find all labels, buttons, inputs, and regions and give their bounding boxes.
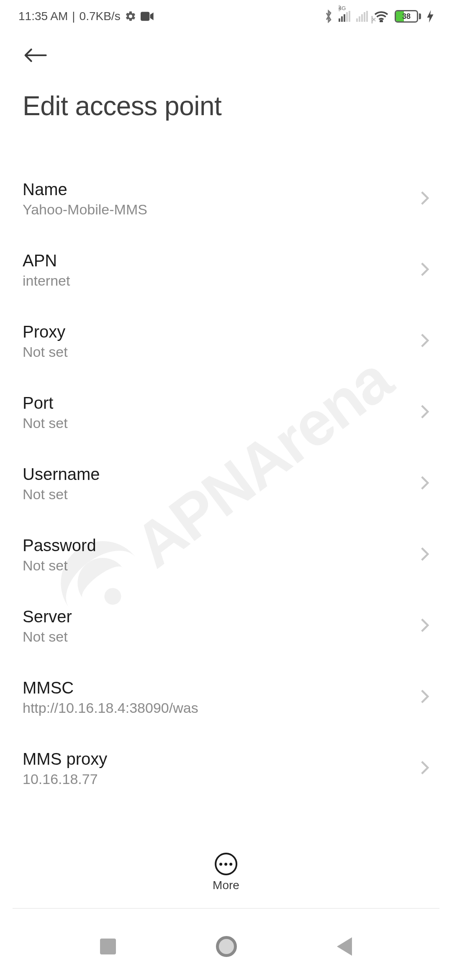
setting-item-password[interactable]: Password Not set bbox=[23, 519, 429, 591]
nav-home-button[interactable] bbox=[216, 936, 237, 957]
setting-value: 10.16.18.77 bbox=[23, 771, 107, 787]
status-right-cluster: 4G ✕ 38 bbox=[324, 10, 434, 23]
chevron-right-icon bbox=[420, 475, 429, 492]
setting-item-username[interactable]: Username Not set bbox=[23, 448, 429, 519]
chevron-right-icon bbox=[420, 191, 429, 207]
setting-value: Not set bbox=[23, 629, 72, 645]
setting-value: Not set bbox=[23, 486, 100, 503]
setting-item-apn[interactable]: APN internet bbox=[23, 235, 429, 306]
page-title: Edit access point bbox=[23, 90, 429, 121]
setting-label: Port bbox=[23, 394, 68, 413]
battery-percent: 38 bbox=[396, 12, 417, 21]
charging-icon bbox=[427, 10, 434, 23]
setting-value: Not set bbox=[23, 557, 96, 574]
nav-recents-button[interactable] bbox=[100, 939, 116, 954]
setting-value: Not set bbox=[23, 344, 68, 360]
setting-item-proxy[interactable]: Proxy Not set bbox=[23, 306, 429, 377]
signal-bars-sim1: 4G bbox=[339, 11, 350, 22]
setting-item-name[interactable]: Name Yahoo-Mobile-MMS bbox=[23, 163, 429, 235]
more-button[interactable]: More bbox=[213, 853, 239, 892]
more-label: More bbox=[213, 879, 239, 892]
status-bar: 11:35 AM | 0.7KB/s 4G ✕ 38 bbox=[0, 0, 452, 33]
app-header: Edit access point bbox=[0, 33, 452, 121]
arrow-left-icon bbox=[23, 47, 47, 64]
setting-label: MMS proxy bbox=[23, 750, 107, 769]
back-button[interactable] bbox=[23, 43, 48, 68]
chevron-right-icon bbox=[420, 618, 429, 634]
setting-item-port[interactable]: Port Not set bbox=[23, 377, 429, 448]
status-left-cluster: 11:35 AM | 0.7KB/s bbox=[18, 10, 154, 23]
setting-value: internet bbox=[23, 273, 70, 289]
setting-label: Server bbox=[23, 607, 72, 626]
nav-back-button[interactable] bbox=[337, 937, 352, 956]
setting-label: APN bbox=[23, 251, 70, 270]
setting-value: Not set bbox=[23, 415, 68, 431]
setting-label: Name bbox=[23, 180, 147, 199]
bluetooth-icon bbox=[324, 10, 333, 23]
camera-icon bbox=[141, 11, 154, 21]
setting-item-server[interactable]: Server Not set bbox=[23, 591, 429, 662]
svg-rect-0 bbox=[141, 12, 149, 21]
setting-label: Password bbox=[23, 536, 96, 555]
status-net-speed: 0.7KB/s bbox=[80, 10, 121, 23]
chevron-right-icon bbox=[420, 404, 429, 421]
more-icon bbox=[215, 853, 237, 875]
setting-label: MMSC bbox=[23, 678, 198, 697]
signal-bars-sim2: ✕ bbox=[356, 11, 368, 22]
chevron-right-icon bbox=[420, 333, 429, 350]
chevron-right-icon bbox=[420, 262, 429, 279]
status-time: 11:35 AM bbox=[18, 10, 68, 23]
signal-no-sim-icon: ✕ bbox=[371, 16, 373, 23]
status-separator: | bbox=[72, 10, 75, 23]
setting-value: Yahoo-Mobile-MMS bbox=[23, 201, 147, 218]
setting-label: Username bbox=[23, 465, 100, 484]
battery-indicator: 38 bbox=[395, 10, 421, 23]
setting-item-mms-proxy[interactable]: MMS proxy 10.16.18.77 bbox=[23, 733, 429, 804]
setting-item-mmsc[interactable]: MMSC http://10.16.18.4:38090/was bbox=[23, 662, 429, 733]
chevron-right-icon bbox=[420, 760, 429, 777]
chevron-right-icon bbox=[420, 689, 429, 706]
settings-list: Name Yahoo-Mobile-MMS APN internet Proxy… bbox=[0, 163, 452, 913]
setting-label: Proxy bbox=[23, 322, 68, 341]
status-4g-label: 4G bbox=[339, 5, 340, 11]
chevron-right-icon bbox=[420, 547, 429, 563]
setting-value: http://10.16.18.4:38090/was bbox=[23, 700, 198, 716]
gear-icon bbox=[125, 10, 136, 22]
system-nav-bar bbox=[0, 913, 452, 980]
svg-point-1 bbox=[380, 21, 383, 22]
nav-divider bbox=[13, 908, 439, 909]
